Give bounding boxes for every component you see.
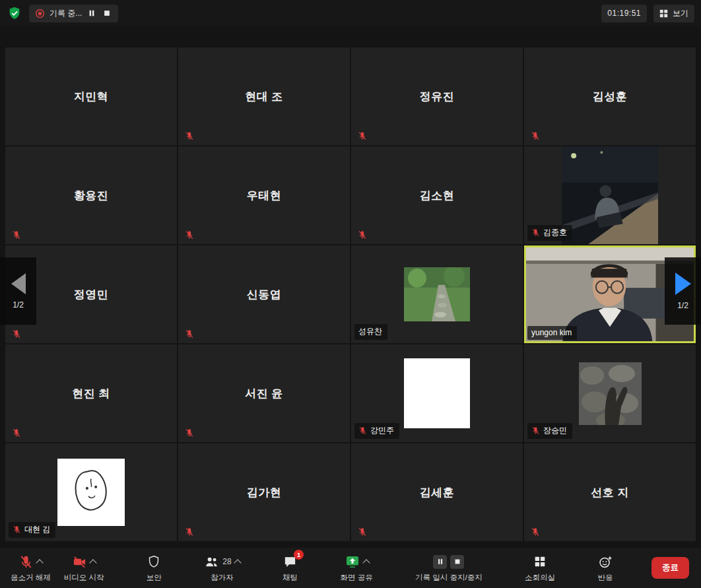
start-video-label: 비디오 시작 bbox=[64, 573, 104, 583]
audio-options-chevron[interactable] bbox=[36, 559, 44, 566]
participant-name: 서진 윤 bbox=[245, 386, 283, 401]
shield-icon bbox=[147, 554, 161, 569]
muted-mic-icon bbox=[531, 131, 540, 141]
participants-label: 참가자 bbox=[211, 573, 234, 583]
reactions-button[interactable]: 반응 bbox=[591, 548, 620, 588]
participant-tile-20[interactable]: 선호 지 bbox=[524, 443, 696, 541]
participant-name: 현대 조 bbox=[245, 89, 283, 104]
breakout-rooms-label: 소회의실 bbox=[525, 573, 555, 583]
recording-indicator: 기록 중... bbox=[29, 5, 118, 22]
participant-name: 김소현 bbox=[420, 188, 455, 203]
participant-tile-17[interactable]: 대현 김 bbox=[5, 443, 177, 541]
page-indicator-right: 1/2 bbox=[677, 301, 688, 310]
muted-mic-icon bbox=[12, 230, 21, 240]
participant-name: 황용진 bbox=[74, 188, 109, 203]
participant-tile-5[interactable]: 황용진 bbox=[5, 147, 177, 244]
participant-tile-6[interactable]: 우태현 bbox=[178, 147, 350, 244]
participant-tile-19[interactable]: 김세훈 bbox=[351, 443, 523, 541]
participants-options-chevron[interactable] bbox=[234, 559, 241, 566]
participant-name: 현진 최 bbox=[72, 386, 110, 401]
participant-tile-8[interactable]: 김종호 bbox=[524, 147, 696, 244]
video-options-chevron[interactable] bbox=[89, 559, 96, 566]
start-video-button[interactable]: 비디오 시작 bbox=[57, 548, 111, 588]
grid-view-icon bbox=[659, 9, 668, 18]
muted-mic-icon bbox=[185, 131, 194, 141]
toolbar-center-group: 보안 28 참가자 1 채팅 bbox=[110, 548, 649, 588]
stop-recording-icon[interactable] bbox=[102, 8, 112, 18]
participant-video bbox=[579, 362, 642, 425]
participant-tile-14[interactable]: 서진 윤 bbox=[178, 344, 350, 442]
participant-tile-18[interactable]: 김가현 bbox=[178, 443, 350, 541]
security-button[interactable]: 보안 bbox=[140, 548, 168, 588]
pause-recording-icon[interactable] bbox=[86, 8, 97, 18]
participant-name: 대현 김 bbox=[24, 524, 50, 535]
participant-name: 지민혁 bbox=[74, 89, 109, 104]
muted-mic-icon bbox=[531, 527, 540, 537]
participant-video bbox=[404, 267, 470, 321]
participant-video bbox=[57, 459, 125, 526]
view-button[interactable]: 보기 bbox=[653, 5, 694, 22]
previous-page-control[interactable]: 1/2 bbox=[0, 257, 36, 325]
security-label: 보안 bbox=[147, 573, 162, 583]
muted-mic-icon bbox=[185, 329, 194, 339]
participant-tile-2[interactable]: 현대 조 bbox=[178, 48, 350, 145]
share-screen-icon bbox=[345, 554, 360, 570]
participants-icon bbox=[204, 554, 219, 570]
participant-video bbox=[562, 147, 658, 244]
participant-video bbox=[404, 358, 470, 428]
chat-icon: 1 bbox=[283, 554, 298, 570]
participant-name: 장승민 bbox=[543, 425, 567, 436]
next-page-control[interactable]: 1/2 bbox=[665, 257, 701, 325]
page-indicator-left: 1/2 bbox=[13, 300, 24, 310]
participants-count: 28 bbox=[222, 557, 231, 566]
participant-tile-4[interactable]: 김성훈 bbox=[524, 48, 696, 145]
zoom-meeting-window: 기록 중... 01:19:51 보기 지민혁현대 조정유진김성훈황용진우태현김… bbox=[0, 0, 701, 588]
control-toolbar: 음소거 해제 비디오 시작 보안 bbox=[0, 548, 701, 588]
breakout-rooms-button[interactable]: 소회의실 bbox=[518, 548, 562, 588]
view-button-label: 보기 bbox=[673, 8, 688, 19]
participant-name-label: 김종호 bbox=[527, 225, 572, 241]
next-page-arrow-icon[interactable] bbox=[675, 273, 691, 295]
participant-name: 김세훈 bbox=[420, 485, 455, 500]
participant-name-label: 대현 김 bbox=[9, 522, 55, 538]
participant-tile-10[interactable]: 신동엽 bbox=[178, 245, 350, 343]
stop-recording-toolbar-icon[interactable] bbox=[450, 555, 464, 569]
participant-tile-16[interactable]: 장승민 bbox=[524, 344, 696, 442]
muted-mic-icon bbox=[531, 426, 540, 435]
pause-recording-toolbar-icon[interactable] bbox=[433, 555, 447, 569]
participant-name: 정유진 bbox=[420, 89, 455, 104]
toolbar-right-group: 종료 bbox=[649, 548, 697, 588]
muted-mic-icon bbox=[358, 527, 367, 537]
participant-tile-11[interactable]: 성유찬 bbox=[351, 245, 523, 343]
muted-mic-icon bbox=[358, 426, 367, 435]
participant-name: 신동엽 bbox=[247, 287, 282, 302]
muted-mic-icon bbox=[12, 428, 21, 438]
participant-tile-13[interactable]: 현진 최 bbox=[5, 344, 177, 442]
participant-name: yungon kim bbox=[531, 328, 572, 337]
breakout-rooms-icon bbox=[533, 554, 547, 569]
recording-controls-button[interactable]: 기록 일시 중지/중지 bbox=[409, 548, 489, 588]
participant-tile-3[interactable]: 정유진 bbox=[351, 48, 523, 145]
unmute-button[interactable]: 음소거 해제 bbox=[4, 548, 57, 588]
toolbar-left-group: 음소거 해제 비디오 시작 bbox=[4, 548, 110, 588]
participant-tile-1[interactable]: 지민혁 bbox=[5, 48, 177, 145]
share-options-chevron[interactable] bbox=[362, 559, 370, 566]
chat-unread-badge: 1 bbox=[294, 550, 304, 560]
share-screen-button[interactable]: 화면 공유 bbox=[333, 548, 379, 588]
participant-tile-7[interactable]: 김소현 bbox=[351, 147, 523, 244]
chat-button[interactable]: 1 채팅 bbox=[276, 548, 304, 588]
participant-name: 정영민 bbox=[74, 287, 109, 302]
muted-mic-icon bbox=[185, 428, 194, 438]
participant-name-label: 강민주 bbox=[354, 423, 399, 439]
mic-muted-icon bbox=[18, 554, 34, 570]
participant-name: 강민주 bbox=[370, 425, 394, 436]
muted-mic-icon bbox=[185, 230, 194, 240]
previous-page-arrow-icon[interactable] bbox=[11, 273, 26, 294]
end-meeting-button[interactable]: 종료 bbox=[651, 557, 689, 579]
participant-name: 김종호 bbox=[543, 227, 567, 238]
participant-tile-15[interactable]: 강민주 bbox=[351, 344, 523, 442]
encryption-shield-icon[interactable] bbox=[7, 5, 22, 21]
chat-label: 채팅 bbox=[283, 573, 298, 583]
participants-button[interactable]: 28 참가자 bbox=[197, 548, 246, 588]
participant-name: 김가현 bbox=[247, 485, 282, 500]
